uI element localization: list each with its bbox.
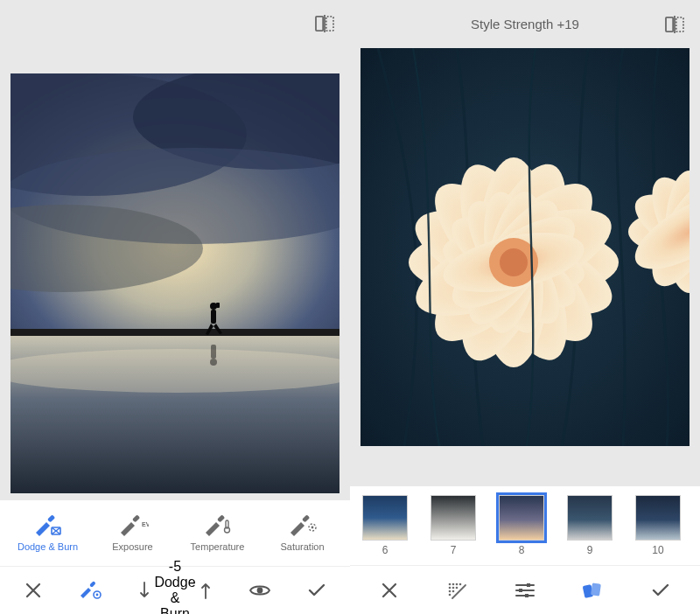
left-photo	[10, 73, 340, 493]
left-pane: Dodge & Burn EV Exposure Tem	[0, 0, 350, 614]
svg-point-28	[95, 594, 98, 597]
brush-label: Exposure	[112, 541, 152, 552]
svg-point-62	[449, 586, 452, 589]
brush-icon	[287, 515, 318, 536]
eye-icon	[248, 583, 271, 598]
style-item-10[interactable]: 10	[634, 495, 682, 556]
svg-point-65	[449, 590, 452, 592]
brush-label: Saturation	[280, 541, 324, 552]
right-photo	[360, 48, 690, 446]
style-item-6[interactable]: 6	[360, 495, 410, 556]
brush-saturation[interactable]: Saturation	[264, 515, 341, 552]
styles-button[interactable]	[570, 573, 617, 608]
svg-point-63	[452, 586, 455, 589]
apply-button[interactable]	[293, 573, 340, 608]
adjustment-stepper[interactable]: -5 Dodge & Burn	[122, 573, 228, 608]
style-number: 10	[652, 544, 663, 556]
mask-icon	[446, 581, 467, 600]
style-number: 8	[519, 544, 525, 556]
brush-temperature[interactable]: Temperature	[179, 515, 256, 552]
close-icon	[24, 582, 42, 599]
left-image-area[interactable]	[0, 47, 350, 500]
svg-point-14	[210, 359, 217, 366]
style-thumb	[635, 495, 681, 541]
brush-dodge-burn[interactable]: Dodge & Burn	[10, 515, 87, 552]
svg-text:EV: EV	[142, 521, 149, 527]
brush-label: Dodge & Burn	[18, 541, 78, 552]
view-button[interactable]	[236, 573, 284, 608]
brush-row: Dodge & Burn EV Exposure Tem	[0, 500, 350, 566]
adjustment-name: Dodge & Burn	[154, 575, 195, 614]
compare-icon[interactable]	[665, 16, 684, 33]
style-thumb	[567, 495, 612, 541]
style-thumb	[430, 495, 476, 541]
arrow-up-icon	[200, 577, 211, 604]
right-top-bar: Style Strength +19	[350, 0, 700, 48]
svg-rect-16	[47, 515, 55, 523]
style-item-8[interactable]: 8	[497, 495, 546, 556]
style-item-9[interactable]: 9	[565, 495, 614, 556]
svg-rect-20	[217, 515, 225, 523]
svg-rect-26	[89, 581, 96, 588]
brush-icon: EV	[117, 515, 149, 536]
left-bottom-row: -5 Dodge & Burn	[0, 566, 350, 614]
svg-rect-15	[211, 345, 216, 359]
style-thumb	[499, 495, 544, 541]
tune-button[interactable]	[501, 573, 549, 608]
svg-rect-73	[525, 594, 528, 597]
tune-icon	[514, 582, 536, 599]
svg-point-60	[456, 583, 458, 585]
apply-button[interactable]	[637, 573, 684, 608]
check-icon	[307, 583, 326, 598]
svg-point-25	[311, 526, 313, 528]
svg-point-67	[449, 593, 452, 596]
close-icon	[381, 582, 398, 599]
svg-point-11	[210, 303, 217, 310]
brush-exposure[interactable]: EV Exposure	[94, 515, 172, 552]
svg-point-59	[452, 583, 455, 585]
svg-rect-0	[316, 17, 323, 31]
left-top-bar	[0, 0, 350, 47]
style-item-7[interactable]: 7	[429, 495, 478, 556]
svg-point-58	[449, 583, 452, 585]
check-icon	[651, 583, 670, 598]
svg-rect-12	[211, 310, 216, 324]
svg-point-10	[10, 349, 340, 393]
svg-point-57	[500, 248, 528, 276]
brush-toggle-icon	[78, 581, 102, 600]
adjustment-value: -5	[154, 559, 195, 575]
close-button[interactable]	[10, 573, 57, 608]
style-number: 9	[587, 544, 593, 556]
close-button[interactable]	[366, 573, 413, 608]
brush-toggle-button[interactable]	[66, 573, 114, 608]
style-strip[interactable]: 6 7 8 9 10	[350, 486, 700, 565]
style-number: 6	[382, 544, 388, 556]
svg-rect-8	[10, 329, 340, 336]
style-strength-label: Style Strength +19	[471, 17, 579, 31]
brush-label: Temperature	[191, 541, 245, 552]
svg-rect-30	[666, 17, 673, 31]
svg-rect-75	[591, 583, 601, 596]
brush-icon	[202, 515, 234, 536]
style-number: 7	[451, 544, 457, 556]
svg-rect-18	[132, 515, 140, 523]
svg-rect-13	[216, 303, 220, 308]
brush-icon	[32, 515, 64, 536]
svg-rect-31	[676, 17, 683, 31]
mask-button[interactable]	[433, 573, 480, 608]
right-image-area[interactable]	[350, 48, 700, 486]
svg-point-61	[459, 583, 462, 585]
styles-icon	[582, 582, 605, 599]
style-thumb	[362, 495, 408, 541]
right-pane: Style Strength +19	[350, 0, 700, 614]
svg-point-64	[456, 586, 458, 589]
right-bottom-row	[350, 565, 700, 614]
svg-point-66	[452, 590, 455, 592]
arrow-down-icon	[139, 577, 150, 604]
svg-rect-1	[326, 17, 333, 31]
svg-point-29	[257, 588, 263, 594]
svg-rect-71	[527, 583, 530, 587]
compare-icon[interactable]	[315, 15, 334, 32]
svg-rect-72	[519, 589, 522, 592]
svg-rect-23	[302, 515, 310, 523]
